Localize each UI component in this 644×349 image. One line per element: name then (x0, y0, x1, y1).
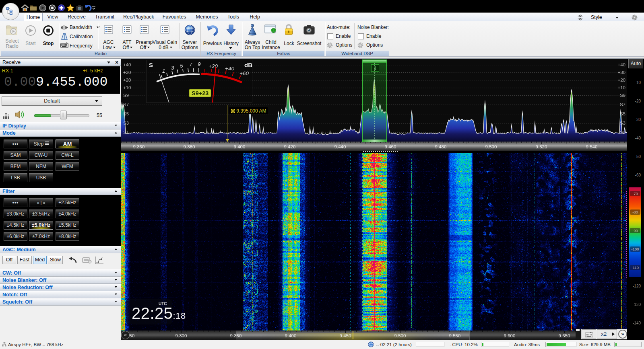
svg-text:3: 3 (171, 65, 174, 71)
svg-text:+40: +40 (225, 66, 234, 72)
svg-text:5: 5 (180, 63, 183, 69)
svg-text:dB: dB (244, 62, 252, 68)
svg-text:+20: +20 (208, 63, 218, 69)
svg-text:+60: +60 (239, 70, 249, 76)
svg-text:S9+23: S9+23 (192, 90, 208, 96)
svg-text:9: 9 (198, 61, 201, 67)
svg-text:1: 1 (162, 68, 165, 74)
svg-text:7: 7 (189, 62, 192, 68)
svg-text:S: S (149, 62, 153, 68)
